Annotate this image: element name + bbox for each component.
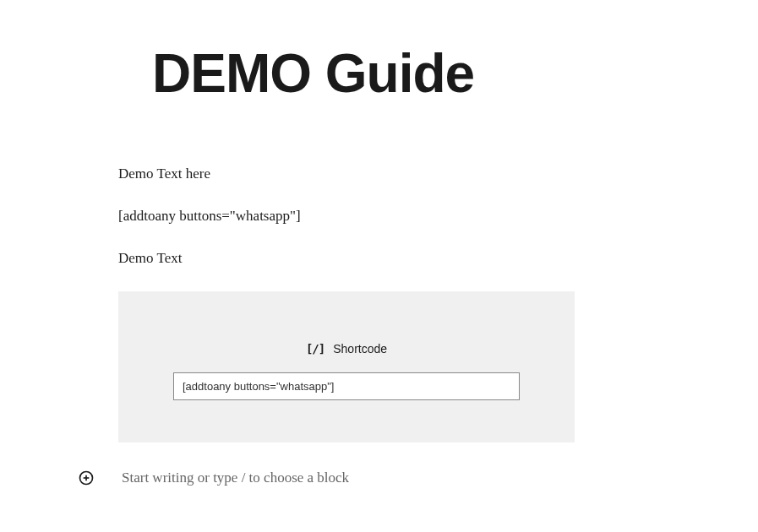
- new-block-placeholder[interactable]: Start writing or type / to choose a bloc…: [122, 470, 349, 486]
- paragraph-block[interactable]: Demo Text: [118, 248, 575, 269]
- shortcode-block[interactable]: [/] Shortcode: [118, 291, 575, 442]
- shortcode-input[interactable]: [173, 372, 520, 400]
- paragraph-block[interactable]: Demo Text here: [118, 164, 575, 184]
- shortcode-label: Shortcode: [333, 342, 387, 356]
- shortcode-icon: [/]: [306, 342, 324, 356]
- add-block-icon[interactable]: [76, 468, 96, 488]
- paragraph-block[interactable]: [addtoany buttons="whatsapp"]: [118, 206, 575, 226]
- page-title[interactable]: DEMO Guide: [152, 42, 575, 105]
- new-block-row: Start writing or type / to choose a bloc…: [76, 468, 575, 488]
- shortcode-header: [/] Shortcode: [169, 342, 524, 356]
